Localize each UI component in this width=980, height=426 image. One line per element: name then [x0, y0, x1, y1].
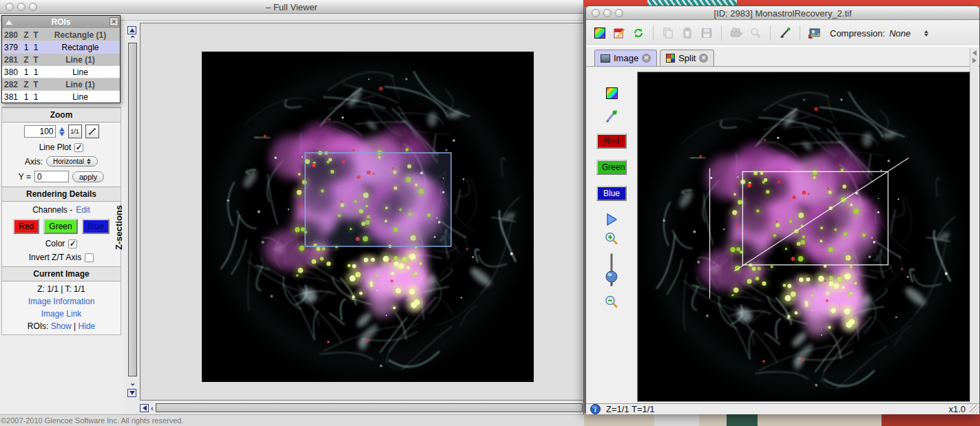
t-back-button[interactable]: [140, 404, 149, 412]
roi-cell: T: [31, 54, 41, 65]
window-title: – Full Viewer: [0, 2, 583, 12]
info-icon[interactable]: i: [590, 404, 601, 414]
timeline-slider[interactable]: ‹: [140, 402, 584, 414]
axis-label: Axis:: [25, 157, 43, 167]
image-canvas-panel[interactable]: [140, 23, 584, 401]
channel-button-red[interactable]: Red: [13, 219, 39, 234]
roi-cell: 281: [2, 54, 21, 65]
image-information-link[interactable]: Image Information: [28, 297, 95, 306]
tab-label: Image: [614, 53, 638, 63]
main-toolbar: Compression: None: [586, 21, 979, 47]
close-tab-icon[interactable]: ✕: [642, 54, 651, 63]
scroll-right-icon[interactable]: [972, 58, 977, 63]
movie-projector-icon: [730, 27, 743, 39]
scroll-left-icon[interactable]: [972, 50, 977, 56]
actual-size-button[interactable]: 1/1: [68, 125, 82, 138]
title-bar[interactable]: – Full Viewer: [0, 0, 583, 14]
roi-cell: Line (1): [41, 54, 120, 65]
paste-button[interactable]: [680, 26, 694, 40]
copyright-bar: ©2007-2010 Glencoe Software Inc. All rig…: [0, 414, 584, 426]
annotate-button[interactable]: [612, 26, 626, 40]
rendering-settings-button[interactable]: [593, 26, 607, 40]
roi-cell: Rectangle (1): [41, 29, 120, 41]
movie-button[interactable]: [729, 26, 743, 40]
status-bar: i Z=1/1 T=1/1 x1.0: [586, 403, 979, 414]
edit-channels-link[interactable]: Edit: [76, 205, 90, 215]
roi-table-row[interactable]: 38011Line: [2, 65, 120, 78]
roi-table-row[interactable]: 281ZTLine (1): [2, 53, 120, 65]
measurement-tool-button[interactable]: [778, 26, 792, 40]
axis-selected-value: Horizontal: [53, 158, 84, 165]
resize-grip[interactable]: [970, 405, 979, 414]
y-label: Y =: [19, 172, 31, 182]
apply-button[interactable]: apply: [72, 171, 104, 182]
channel-button-green[interactable]: Green: [596, 160, 627, 175]
export-image-button[interactable]: [808, 26, 822, 40]
zoom-input[interactable]: 100: [24, 125, 56, 138]
tools-sidebar: RedGreenBlue: [586, 67, 637, 404]
refresh-button[interactable]: [632, 26, 645, 40]
channel-button-green[interactable]: Green: [43, 219, 77, 234]
toolbar-separator: [770, 25, 771, 41]
rois-hide-link[interactable]: Hide: [79, 321, 96, 331]
z-up-button[interactable]: [127, 26, 136, 34]
rois-panel-header[interactable]: ROIs ×: [2, 16, 120, 28]
roi-cell: 381: [2, 91, 21, 103]
close-panel-button[interactable]: ×: [110, 17, 118, 26]
compression-control: Compression: None: [830, 28, 928, 39]
magnification-slider[interactable]: [605, 252, 618, 288]
roi-table-row[interactable]: 280ZTRectangle (1): [2, 28, 120, 41]
microscopy-image[interactable]: [637, 72, 970, 402]
zoom-in-icon[interactable]: [604, 231, 619, 246]
roi-table-row[interactable]: 37911Rectangle: [2, 41, 120, 53]
current-image-header: Current Image: [2, 266, 121, 281]
vertical-scrollbar[interactable]: [970, 48, 978, 404]
z-down-button[interactable]: [127, 389, 136, 397]
desktop-wallpaper-bottom: [582, 413, 980, 426]
roi-table-row[interactable]: 38111Line: [2, 90, 120, 103]
color-checkbox[interactable]: ✓: [68, 239, 77, 248]
colormap-button[interactable]: [606, 87, 618, 99]
microscopy-image[interactable]: [202, 52, 534, 382]
channel-button-blue[interactable]: Blue: [596, 186, 627, 201]
zoom-section-header: Zoom: [2, 107, 121, 123]
cell-image: [202, 52, 534, 382]
z-slider-track[interactable]: [128, 43, 137, 376]
roi-table-row[interactable]: 282ZTLine (1): [2, 78, 120, 90]
fit-to-window-button[interactable]: [85, 125, 99, 138]
roi-cell: Line (1): [41, 78, 120, 90]
roi-cell: 1: [31, 66, 41, 78]
roi-cell: Line: [41, 66, 120, 78]
eyedropper-icon[interactable]: [605, 109, 618, 124]
compression-select[interactable]: [924, 30, 928, 36]
rois-panel[interactable]: ROIs × 280ZTRectangle (1)37911Rectangle2…: [1, 15, 121, 103]
copy-button[interactable]: [661, 26, 675, 40]
invert-zt-checkbox[interactable]: [85, 253, 94, 262]
zoom-stepper[interactable]: [59, 127, 65, 136]
save-button[interactable]: [700, 26, 713, 40]
rois-show-link[interactable]: Show: [51, 321, 72, 331]
search-button[interactable]: [749, 26, 762, 40]
axis-select[interactable]: Horizontal: [46, 156, 98, 167]
tab-split[interactable]: Split ✕: [660, 50, 714, 66]
window-title: [ID: 2983] MonastrolRecovery_2.tif: [586, 8, 979, 19]
channel-button-blue[interactable]: Blue: [82, 219, 110, 234]
channel-button-red[interactable]: Red: [596, 134, 627, 149]
invert-zt-label: Invert Z/T Axis: [29, 253, 81, 262]
full-viewer-window: – Full Viewer Zoom 100 1/1: [0, 0, 584, 426]
collapse-triangle-icon[interactable]: [6, 20, 12, 25]
rendering-details-header: Rendering Details: [2, 187, 121, 202]
t-slider-track[interactable]: [156, 403, 583, 412]
image-link-link[interactable]: Image Link: [41, 309, 82, 319]
play-movie-icon[interactable]: [604, 212, 619, 227]
up-arrow-icon: [129, 28, 135, 32]
tab-image[interactable]: Image ✕: [594, 50, 657, 66]
line-plot-checkbox[interactable]: ✓: [74, 143, 83, 152]
measure-icon: [779, 27, 791, 39]
title-bar[interactable]: [ID: 2983] MonastrolRecovery_2.tif: [586, 6, 979, 20]
close-tab-icon[interactable]: ✕: [699, 54, 708, 63]
zoom-out-icon[interactable]: [604, 295, 619, 310]
z-sections-slider[interactable]: ⌃ ⌄: [127, 26, 139, 401]
roi-cell: 380: [2, 66, 21, 78]
y-input[interactable]: 0: [34, 171, 69, 182]
